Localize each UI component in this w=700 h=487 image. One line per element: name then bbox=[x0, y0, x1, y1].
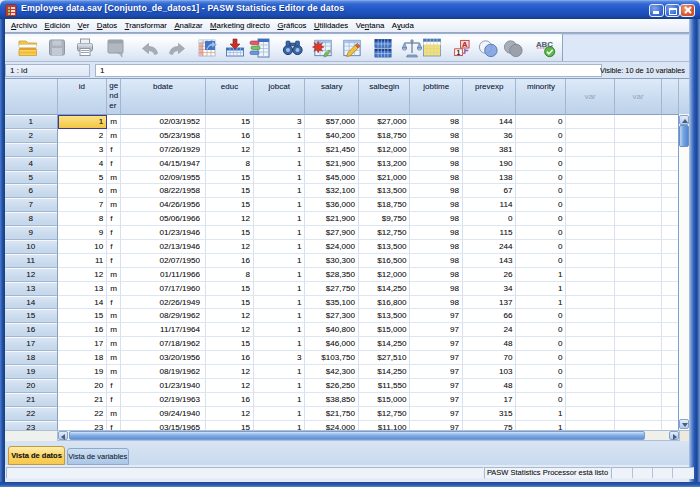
svg-text:1: 1 bbox=[457, 49, 461, 56]
svg-text:A: A bbox=[462, 40, 468, 49]
